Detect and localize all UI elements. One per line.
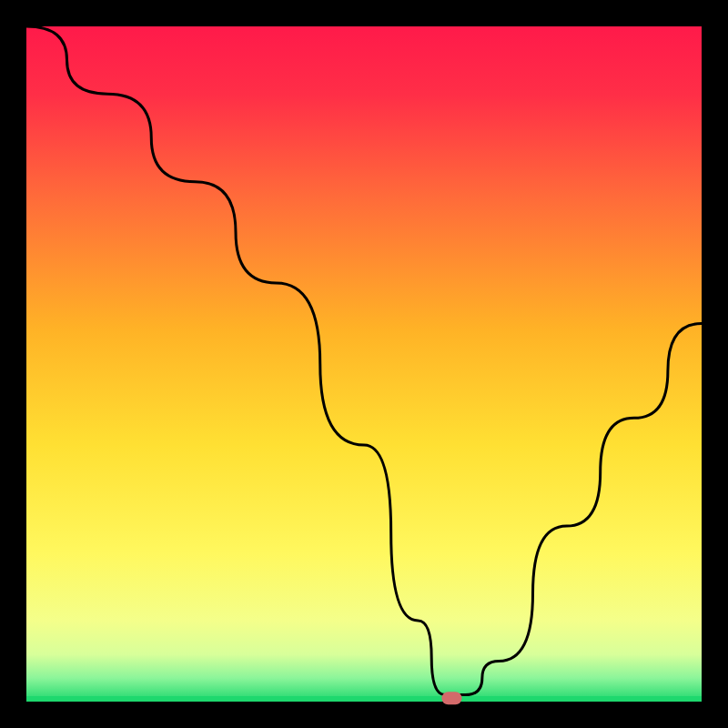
svg-rect-1 [26, 26, 702, 702]
chart-frame: TheBottlenecker.com [0, 0, 728, 728]
bottleneck-chart [0, 0, 728, 728]
svg-rect-2 [26, 696, 702, 702]
svg-rect-3 [441, 692, 461, 704]
